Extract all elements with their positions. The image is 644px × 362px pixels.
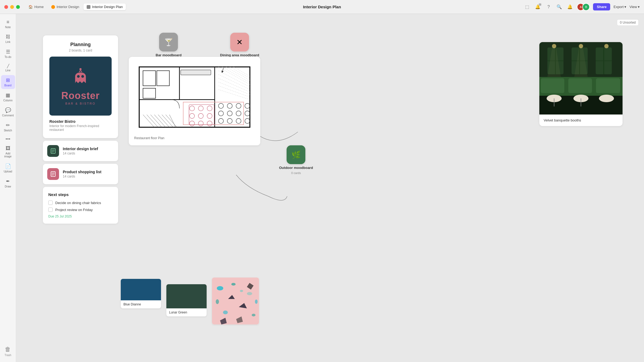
svg-point-98 — [255, 300, 258, 304]
svg-point-84 — [552, 44, 556, 48]
outdoor-moodboard-icon: 🌿 — [287, 145, 305, 164]
tab-plan[interactable]: Interior Design Plan — [83, 3, 126, 10]
interior-tab-icon — [51, 5, 55, 9]
svg-point-99 — [240, 290, 243, 292]
bar-moodboard-title: Bar moodboard — [156, 53, 182, 57]
task-checkbox-2[interactable] — [48, 208, 53, 212]
sidebar-item-draw[interactable]: ✒ Draw — [1, 176, 15, 190]
task-item-2[interactable]: Project review on Friday — [48, 208, 113, 212]
rooster-ghost-icon — [61, 67, 100, 89]
export-button[interactable]: Export▾ — [613, 5, 626, 9]
outdoor-moodboard-count: 0 cards — [291, 171, 301, 175]
unsorted-badge[interactable]: 0 Unsorted — [617, 19, 639, 26]
svg-rect-77 — [568, 78, 592, 93]
floor-plan-svg — [134, 62, 255, 132]
sidebar-item-trash[interactable]: 🗑 Trash — [3, 344, 13, 359]
task-label-2: Project review on Friday — [55, 208, 93, 212]
swatch-blue-color — [121, 279, 161, 300]
close-button[interactable] — [4, 5, 8, 9]
avatar-group: A B — [577, 3, 590, 11]
badge-icon[interactable]: 🔔 0 — [534, 3, 541, 11]
swatch-terrazzo — [212, 278, 259, 324]
svg-point-89 — [231, 283, 236, 286]
plan-tab-icon — [87, 5, 90, 9]
planning-card[interactable]: Planning 2 boards, 1 card — [43, 35, 118, 138]
trash-label: Trash — [5, 354, 11, 357]
svg-point-3 — [81, 75, 84, 78]
planning-title: Planning — [49, 42, 112, 47]
sidebar: ≡ Note ⛓ Link ☰ To-do ╱ Line ⊞ Board ▦ C… — [0, 14, 16, 362]
rooster-info: Rooster Bistro Interior for modern Frenc… — [49, 116, 112, 132]
minimize-button[interactable] — [10, 5, 14, 9]
velvet-card[interactable]: Velvet banquette booths — [539, 42, 623, 126]
shopping-text: Product shopping list 14 cards — [63, 170, 101, 178]
floor-plan-card[interactable]: Restaurant floor Plan — [129, 57, 260, 145]
sidebar-item-more[interactable]: ●●● — [1, 135, 15, 142]
tab-interior[interactable]: Interior Design — [48, 3, 83, 10]
dining-moodboard-title: Dining area moodboard — [220, 53, 259, 57]
task-label-1: Decide on dining chair fabrics — [55, 201, 101, 205]
sidebar-item-board[interactable]: ⊞ Board — [1, 75, 15, 89]
swatch-green-card[interactable]: Lunar Green — [166, 284, 207, 316]
tab-home[interactable]: 🏠 Home — [25, 3, 47, 10]
sidebar-item-column[interactable]: ▦ Column — [1, 90, 15, 104]
rooster-card[interactable]: Rooster BAR & BISTRO — [49, 57, 112, 116]
notification-icon[interactable]: 🔔 — [566, 3, 574, 11]
help-icon[interactable]: ? — [545, 3, 552, 11]
sidebar-item-comment[interactable]: 💬 Comment — [1, 105, 15, 119]
rooster-brand-name: Rooster — [61, 90, 100, 101]
svg-point-85 — [579, 44, 583, 48]
brief-count: 14 cards — [63, 152, 98, 155]
swatch-blue-card[interactable]: Blue Dianne — [121, 279, 161, 308]
swatch-terrazzo-card[interactable] — [212, 278, 259, 324]
avatar-2: B — [582, 3, 590, 11]
swatch-green-name: Lunar Green — [166, 308, 207, 316]
trash-icon: 🗑 — [5, 346, 11, 353]
maximize-button[interactable] — [16, 5, 20, 9]
page-title: Interior Design Plan — [303, 5, 341, 9]
shopping-icon — [47, 168, 59, 180]
svg-point-86 — [604, 44, 609, 48]
sidebar-label-todo: To-do — [5, 56, 11, 58]
sidebar-item-note[interactable]: ≡ Note — [1, 17, 15, 31]
sidebar-item-link[interactable]: ⛓ Link — [1, 32, 15, 46]
device-icon[interactable]: ⬚ — [523, 3, 531, 11]
terrazzo-svg — [212, 278, 259, 324]
planning-subtitle: 2 boards, 1 card — [49, 49, 112, 52]
sidebar-item-sketch[interactable]: ✏ Sketch — [1, 120, 15, 134]
sidebar-label-board: Board — [4, 84, 12, 87]
link-icon: ⛓ — [6, 34, 10, 40]
sidebar-item-upload[interactable]: 📄 Upload — [1, 161, 15, 175]
more-icon: ●●● — [5, 137, 10, 140]
velvet-label: Velvet banquette booths — [539, 114, 623, 126]
sidebar-item-add-image[interactable]: 🖼 Add image — [1, 143, 15, 160]
sidebar-item-line[interactable]: ╱ Line — [1, 62, 15, 74]
dining-moodboard-icon: ✕ — [230, 33, 249, 51]
task-checkbox-1[interactable] — [48, 201, 53, 205]
svg-point-96 — [252, 314, 255, 316]
svg-point-2 — [77, 75, 80, 78]
share-button[interactable]: Share — [593, 3, 610, 10]
view-button[interactable]: View▾ — [630, 5, 640, 9]
interior-brief-card[interactable]: Interior design brief 14 cards — [43, 141, 118, 161]
task-item-1[interactable]: Decide on dining chair fabrics — [48, 201, 113, 205]
bar-moodboard-icon: 🍸 — [159, 33, 178, 51]
note-icon: ≡ — [6, 19, 9, 25]
shopping-list-card[interactable]: Product shopping list 14 cards — [43, 164, 118, 184]
sidebar-label-column: Column — [3, 99, 12, 102]
rooster-content: Rooster BAR & BISTRO — [61, 67, 100, 105]
next-steps-title: Next steps — [48, 192, 113, 197]
swatch-green-color — [166, 284, 207, 308]
swatch-green: Lunar Green — [166, 284, 207, 316]
todo-icon: ☰ — [6, 49, 10, 55]
brief-icon — [47, 145, 59, 157]
outdoor-moodboard-title: Outdoor moodboard — [279, 166, 313, 170]
titlebar: 🏠 Home Interior Design Interior Design P… — [0, 0, 644, 14]
svg-rect-78 — [596, 78, 620, 93]
brief-text: Interior design brief 14 cards — [63, 147, 98, 155]
sidebar-item-todo[interactable]: ☰ To-do — [1, 47, 15, 61]
search-icon[interactable]: 🔍 — [555, 3, 563, 11]
velvet-image — [539, 42, 623, 114]
outdoor-moodboard-node[interactable]: 🌿 Outdoor moodboard 0 cards — [279, 145, 313, 175]
svg-rect-76 — [541, 78, 564, 93]
